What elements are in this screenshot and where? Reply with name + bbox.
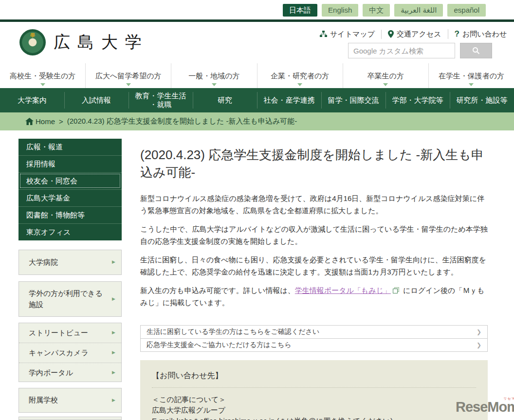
tab-business[interactable]: 企業・研究者の方 xyxy=(257,63,343,88)
breadcrumb-current: (2020.4.23) 応急学生支援金制度を開始しました -新入生も申込み可能- xyxy=(67,117,297,126)
quick-box-partial xyxy=(18,417,122,420)
contact-label: お問い合わせ xyxy=(462,30,507,39)
sidebar-item-alumni[interactable]: 校友会・同窓会 xyxy=(18,172,122,189)
chevron-down-icon xyxy=(383,83,388,86)
nav-society[interactable]: 社会・産学連携 xyxy=(257,88,321,112)
tab-public[interactable]: 一般・地域の方 xyxy=(171,63,257,88)
article-paragraph: 新入生の方も申込み可能です。詳しい情報は、学生情報ポータル「もみじ」 にログイン… xyxy=(140,284,488,309)
external-link-icon xyxy=(393,287,399,293)
sidebar-item-recruit[interactable]: 採用情報 xyxy=(18,155,122,172)
breadcrumb-separator: > xyxy=(59,117,63,126)
chevron-down-icon xyxy=(297,83,302,86)
tab-alumni[interactable]: 卒業生の方 xyxy=(343,63,428,88)
nav-schools[interactable]: 学部・大学院等 xyxy=(386,88,450,112)
nav-institutes[interactable]: 研究所・施設等 xyxy=(450,88,514,112)
dotted-divider xyxy=(152,387,476,388)
quick-box-hospital: 大学病院▶ xyxy=(18,250,122,275)
momiji-portal-link[interactable]: 学生情報ポータル「もみじ」 xyxy=(295,286,391,294)
language-bar: 日本語 English 中文 اللغة العربية español xyxy=(283,4,486,17)
main-nav: 大学案内 入試情報 教育・学生生活・就職 研究 社会・産学連携 留学・国際交流 … xyxy=(0,88,514,112)
nav-research[interactable]: 研究 xyxy=(193,88,257,112)
contact-line: 広島大学広報グループ xyxy=(152,405,476,416)
sidebar-item-fund[interactable]: 広島大学基金 xyxy=(18,189,122,206)
lang-arabic-button[interactable]: اللغة العربية xyxy=(394,4,443,17)
university-emblem-icon: 學 xyxy=(19,29,46,55)
access-link[interactable]: 交通アクセス xyxy=(381,30,447,39)
quick-box-facilities: 学外の方が利用できる施設▶ xyxy=(18,281,122,317)
article-paragraph: 生活に困窮し、日々の食べ物にも困り、応急支援を必要とされている学生・留学生向けに… xyxy=(140,254,488,278)
quick-box-schools: 附属学校▶ xyxy=(18,388,122,413)
article: (2020.4.23) 応急学生支援金制度を開始しました -新入生も申込み可能-… xyxy=(140,146,488,315)
chevron-down-icon xyxy=(40,83,45,86)
chevron-down-icon xyxy=(469,83,474,86)
sidebar-link-hospital[interactable]: 大学病院▶ xyxy=(19,250,121,274)
contact-line: ＜この記事について＞ xyxy=(152,394,476,405)
question-icon: ? xyxy=(455,29,459,39)
university-name: 広島大学 xyxy=(54,31,149,54)
sitemap-label: サイトマップ xyxy=(330,30,375,39)
nav-admissions[interactable]: 入試情報 xyxy=(64,88,128,112)
tab-students[interactable]: 在学生・保護者の方 xyxy=(428,63,514,88)
sitemap-link[interactable]: サイトマップ xyxy=(313,30,381,39)
arrow-right-icon: ▶ xyxy=(112,349,115,356)
lang-english-button[interactable]: English xyxy=(322,4,358,17)
sidebar-link-facilities[interactable]: 学外の方が利用できる施設▶ xyxy=(19,282,121,316)
resemom-ruby: リセマム xyxy=(503,397,514,400)
home-icon xyxy=(25,118,34,125)
nav-about[interactable]: 大学案内 xyxy=(0,88,64,112)
sidebar-link-streetview[interactable]: ストリートビュー▶ xyxy=(19,323,121,343)
audience-nav: 高校生・受験生の方 広大へ留学希望の方 一般・地域の方 企業・研究者の方 卒業生… xyxy=(0,63,514,88)
resemom-watermark: リセマム ReseMom. xyxy=(456,400,514,414)
nav-education[interactable]: 教育・学生生活・就職 xyxy=(128,88,193,112)
breadcrumb-home-link[interactable]: Home xyxy=(25,117,55,126)
article-paragraph: こうした中で、広島大学はアルバイトなどの収入が激減して生活に困っている学生・留学… xyxy=(140,223,488,248)
header-utility-links: サイトマップ 交通アクセス ? お問い合わせ xyxy=(313,29,513,39)
contact-box: 【お問い合わせ先】 ＜この記事について＞ 広島大学広報グループ E-mail: … xyxy=(140,360,488,420)
lang-spanish-button[interactable]: español xyxy=(447,4,486,17)
arrow-right-icon: ▶ xyxy=(112,369,115,376)
sidebar-link-portal[interactable]: 学内ポータル▶ xyxy=(19,363,121,383)
lang-japanese-button[interactable]: 日本語 xyxy=(283,4,317,17)
quick-box-tools: ストリートビュー▶ キャンパスカメラ▶ 学内ポータル▶ xyxy=(18,323,122,382)
top-divider xyxy=(0,19,514,22)
search-icon xyxy=(472,47,480,55)
arrow-right-icon: ▶ xyxy=(112,329,115,336)
arrow-right-icon: ▶ xyxy=(112,397,115,404)
sidebar-menu: 広報・報道 採用情報 校友会・同窓会 広島大学基金 図書館・博物館等 東京オフィ… xyxy=(18,139,122,240)
action-links: 生活に困窮している学生の方はこちらをご確認ください❯ 応急学生支援金へご協力いた… xyxy=(140,325,488,352)
search-area xyxy=(348,43,492,58)
sidebar-link-affiliated-schools[interactable]: 附属学校▶ xyxy=(19,388,121,412)
tab-international[interactable]: 広大へ留学希望の方 xyxy=(85,63,171,88)
university-logo[interactable]: 學 広島大学 xyxy=(19,29,149,55)
link-students-in-need[interactable]: 生活に困窮している学生の方はこちらをご確認ください❯ xyxy=(140,325,488,339)
contact-line: E-mail: koho＊office.hiroshima-u.ac.jp (＊… xyxy=(152,416,476,420)
page-title: (2020.4.23) 応急学生支援金制度を開始しました -新入生も申込み可能- xyxy=(140,146,488,182)
lang-chinese-button[interactable]: 中文 xyxy=(363,4,390,17)
breadcrumb: Home > (2020.4.23) 応急学生支援金制度を開始しました -新入生… xyxy=(0,112,514,130)
search-button[interactable] xyxy=(460,43,492,58)
contact-link[interactable]: ? お問い合わせ xyxy=(448,29,514,39)
map-pin-icon xyxy=(388,30,394,38)
access-label: 交通アクセス xyxy=(397,30,441,39)
article-paragraph: 新型コロナウイルス感染症の感染者急増を受けて、政府は4月16日、新型コロナウイル… xyxy=(140,192,488,217)
arrow-right-icon: ▶ xyxy=(112,259,115,266)
search-input[interactable] xyxy=(348,43,455,58)
arrow-right-icon: ▶ xyxy=(112,296,115,303)
sidebar-link-campus-camera[interactable]: キャンパスカメラ▶ xyxy=(19,343,121,363)
sitemap-icon xyxy=(320,31,327,37)
sidebar-item-tokyo-office[interactable]: 東京オフィス xyxy=(18,223,122,240)
contact-heading: 【お問い合わせ先】 xyxy=(152,371,476,381)
sidebar-item-pr[interactable]: 広報・報道 xyxy=(18,139,122,155)
chevron-right-icon: ❯ xyxy=(477,342,481,348)
chevron-right-icon: ❯ xyxy=(477,329,481,335)
sidebar-item-library[interactable]: 図書館・博物館等 xyxy=(18,206,122,223)
chevron-down-icon xyxy=(212,83,217,86)
link-donate-support[interactable]: 応急学生支援金へご協力いただける方はこちら❯ xyxy=(140,338,488,352)
chevron-down-icon xyxy=(126,83,131,86)
tab-highschool[interactable]: 高校生・受験生の方 xyxy=(0,63,85,88)
nav-international[interactable]: 留学・国際交流 xyxy=(321,88,386,112)
